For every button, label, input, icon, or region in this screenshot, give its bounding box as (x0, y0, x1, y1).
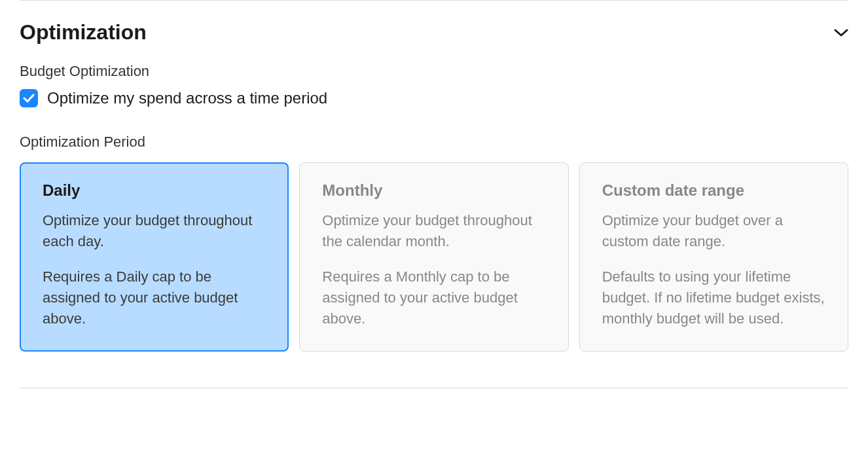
period-option-note: Requires a Daily cap to be assigned to y… (43, 266, 266, 329)
period-option-title: Monthly (322, 181, 545, 200)
section-header[interactable]: Optimization (20, 20, 848, 45)
optimize-checkbox[interactable] (20, 89, 38, 107)
period-option-monthly[interactable]: Monthly Optimize your budget throughout … (299, 162, 568, 352)
period-option-desc: Optimize your budget throughout each day… (43, 210, 266, 252)
optimize-checkbox-label: Optimize my spend across a time period (47, 89, 327, 107)
period-option-desc: Optimize your budget over a custom date … (602, 210, 825, 252)
period-option-note: Requires a Monthly cap to be assigned to… (322, 266, 545, 329)
optimize-checkbox-row[interactable]: Optimize my spend across a time period (20, 89, 848, 107)
section-title: Optimization (20, 20, 147, 45)
period-option-title: Custom date range (602, 181, 825, 200)
period-option-daily[interactable]: Daily Optimize your budget throughout ea… (20, 162, 289, 352)
period-option-note: Defaults to using your lifetime budget. … (602, 266, 825, 329)
chevron-down-icon (834, 26, 848, 40)
period-option-title: Daily (43, 181, 266, 200)
divider-bottom (20, 388, 848, 388)
optimization-period-options: Daily Optimize your budget throughout ea… (20, 162, 848, 352)
optimization-period-label: Optimization Period (20, 134, 848, 151)
budget-optimization-label: Budget Optimization (20, 63, 848, 80)
divider-top (20, 0, 848, 1)
period-option-desc: Optimize your budget throughout the cale… (322, 210, 545, 252)
period-option-custom[interactable]: Custom date range Optimize your budget o… (579, 162, 848, 352)
